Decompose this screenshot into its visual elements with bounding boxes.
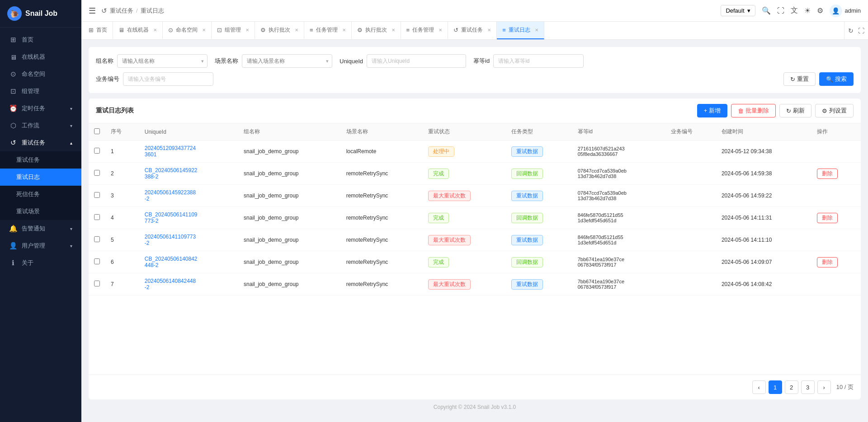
translate-icon[interactable]: 文 <box>791 6 798 15</box>
sidebar-item-workflow[interactable]: ⬡ 工作流 ▾ <box>0 117 81 134</box>
row-checkbox[interactable] <box>94 236 100 242</box>
sidebar-item-dead-task[interactable]: 死信任务 <box>0 186 81 203</box>
unique-id-link[interactable]: 20240506140842448-2 <box>145 278 196 291</box>
batch-delete-button[interactable]: 🗑 批量删除 <box>731 104 776 117</box>
table-header: 重试日志列表 + 新增 🗑 批量删除 ↻ 刷新 ⚙ 列设置 <box>89 98 861 123</box>
delete-button[interactable]: 删除 <box>817 257 838 267</box>
user-avatar-icon: 👤 <box>830 5 842 17</box>
sidebar-item-retry-scene[interactable]: 重试场景 <box>0 203 81 220</box>
tab-close-icon[interactable]: ✕ <box>153 28 157 33</box>
chevron-up-icon: ▴ <box>70 141 72 145</box>
unique-id-link[interactable]: 20240506145922388-2 <box>145 189 196 202</box>
sidebar-item-label: 组管理 <box>22 87 39 95</box>
unique-id-link[interactable]: CB_20240506140842448-2 <box>145 256 198 268</box>
cell-task-type: 重试数据 <box>506 185 572 207</box>
fullscreen-icon[interactable]: ⛶ <box>777 7 784 15</box>
sidebar-item-retry-task[interactable]: ↺ 重试任务 ▴ <box>0 134 81 151</box>
tab-close-icon[interactable]: ✕ <box>392 28 395 33</box>
sidebar-item-about[interactable]: ℹ 关于 <box>0 254 81 272</box>
tab-retry-task[interactable]: ↺ 重试任务 ✕ <box>448 22 497 39</box>
sidebar-item-retry-log[interactable]: 重试日志 <box>0 169 81 186</box>
group-name-input[interactable] <box>117 54 208 68</box>
sidebar-item-online-machine[interactable]: 🖥 在线机器 <box>0 48 81 66</box>
tabs-refresh-icon[interactable]: ↻ <box>848 27 854 34</box>
next-page-button[interactable]: › <box>817 380 831 394</box>
settings-icon[interactable]: ⚙ <box>817 6 823 15</box>
workflow-icon: ⬡ <box>9 122 17 130</box>
biz-no-input[interactable] <box>123 72 213 86</box>
tab-close-icon[interactable]: ✕ <box>439 28 442 33</box>
add-button[interactable]: + 新增 <box>697 104 727 117</box>
sidebar-item-namespace[interactable]: ⊙ 命名空间 <box>0 66 81 83</box>
idempotent-id-input[interactable] <box>493 54 584 68</box>
row-checkbox[interactable] <box>94 258 100 264</box>
unique-id-link[interactable]: CB_20240506141109773-2 <box>145 211 198 224</box>
footer: Copyright © 2024 Snail Job v3.1.0 <box>89 399 861 415</box>
tab-close-icon[interactable]: ✕ <box>295 28 298 33</box>
row-checkbox[interactable] <box>94 148 100 154</box>
theme-icon[interactable]: ☀ <box>804 6 811 15</box>
tab-namespace[interactable]: ⊙ 命名空间 ✕ <box>163 22 212 39</box>
unique-id-input[interactable] <box>367 54 466 68</box>
cell-scene: remoteRetrySync <box>341 251 423 273</box>
user-menu[interactable]: 👤 admin <box>830 5 861 17</box>
tab-close-icon[interactable]: ✕ <box>535 28 538 33</box>
tab-retry-log[interactable]: ≡ 重试日志 ✕ <box>497 22 544 39</box>
tab-online-machine[interactable]: 🖥 在线机器 ✕ <box>113 22 163 39</box>
column-settings-button[interactable]: ⚙ 列设置 <box>815 104 854 117</box>
tab-close-icon[interactable]: ✕ <box>202 28 206 33</box>
row-checkbox-cell <box>89 185 105 207</box>
sidebar-item-scheduled[interactable]: ⏰ 定时任务 ▾ <box>0 100 81 117</box>
scene-name-input[interactable] <box>242 54 332 68</box>
row-checkbox[interactable] <box>94 281 100 286</box>
search-icon[interactable]: 🔍 <box>762 6 771 15</box>
unique-id-link[interactable]: 202405120934377243601 <box>145 145 196 158</box>
page-1-button[interactable]: 1 <box>769 380 782 394</box>
menu-toggle-icon[interactable]: ☰ <box>89 6 96 16</box>
table-section: 重试日志列表 + 新增 🗑 批量删除 ↻ 刷新 ⚙ 列设置 <box>89 98 861 399</box>
tab-home[interactable]: ⊞ 首页 <box>83 22 113 39</box>
page-2-button[interactable]: 2 <box>785 380 798 394</box>
breadcrumb: ↺ 重试任务 / 重试日志 <box>101 7 164 15</box>
search-button[interactable]: 🔍 搜索 <box>819 72 854 86</box>
topbar-right: Default ▾ 🔍 ⛶ 文 ☀ ⚙ 👤 admin <box>721 5 861 17</box>
sidebar-item-user-manage[interactable]: 👤 用户管理 ▾ <box>0 237 81 254</box>
row-checkbox[interactable] <box>94 192 100 198</box>
task-type-badge: 回调数据 <box>511 213 543 223</box>
reset-button[interactable]: ↻ 重置 <box>783 72 816 86</box>
tab-exec-batch[interactable]: ⚙ 执行批次 ✕ <box>255 22 304 39</box>
tab-icon: ≡ <box>406 27 410 33</box>
unique-id-link[interactable]: 20240506141109773-2 <box>145 234 196 246</box>
chevron-down-icon: ▾ <box>70 226 72 231</box>
refresh-button[interactable]: ↻ 刷新 <box>779 104 811 117</box>
page-3-button[interactable]: 3 <box>801 380 815 394</box>
tab-exec-batch2[interactable]: ⚙ 执行批次 ✕ <box>352 22 401 39</box>
sidebar-item-retry-task-sub[interactable]: 重试任务 <box>0 151 81 169</box>
select-all-checkbox[interactable] <box>94 128 100 134</box>
bell-icon: 🔔 <box>9 225 17 233</box>
prev-page-button[interactable]: ‹ <box>752 380 766 394</box>
delete-button[interactable]: 删除 <box>817 213 838 223</box>
sidebar-item-group[interactable]: ⊡ 组管理 <box>0 83 81 100</box>
cell-status: 最大重试次数 <box>423 273 506 295</box>
sidebar-logo[interactable]: 🐌 Snail Job <box>0 0 81 28</box>
delete-button[interactable]: 删除 <box>817 169 838 179</box>
default-dropdown[interactable]: Default ▾ <box>721 5 755 16</box>
chevron-down-icon: ▾ <box>70 244 72 249</box>
tab-task-manage2[interactable]: ≡ 任务管理 ✕ <box>401 22 448 39</box>
sidebar-item-home[interactable]: ⊞ 首页 <box>0 31 81 48</box>
table-actions: + 新增 🗑 批量删除 ↻ 刷新 ⚙ 列设置 <box>697 104 854 117</box>
tab-close-icon[interactable]: ✕ <box>245 28 249 33</box>
row-checkbox[interactable] <box>94 214 100 220</box>
tabs-fullscreen-icon[interactable]: ⛶ <box>858 27 864 34</box>
sidebar-item-alert[interactable]: 🔔 告警通知 ▾ <box>0 220 81 237</box>
sidebar-nav: ⊞ 首页 🖥 在线机器 ⊙ 命名空间 ⊡ 组管理 ⏰ 定时任务 ▾ ⬡ 工作流 … <box>0 28 81 422</box>
row-checkbox[interactable] <box>94 170 100 176</box>
tab-close-icon[interactable]: ✕ <box>342 28 346 33</box>
refresh-label: 刷新 <box>793 107 805 115</box>
unique-id-link[interactable]: CB_20240506145922388-2 <box>145 167 198 180</box>
tab-task-manage[interactable]: ≡ 任务管理 ✕ <box>304 22 352 39</box>
tab-group-manage[interactable]: ⊡ 组管理 ✕ <box>212 22 255 39</box>
cell-scene: remoteRetrySync <box>341 273 423 295</box>
tab-close-icon[interactable]: ✕ <box>487 28 491 33</box>
